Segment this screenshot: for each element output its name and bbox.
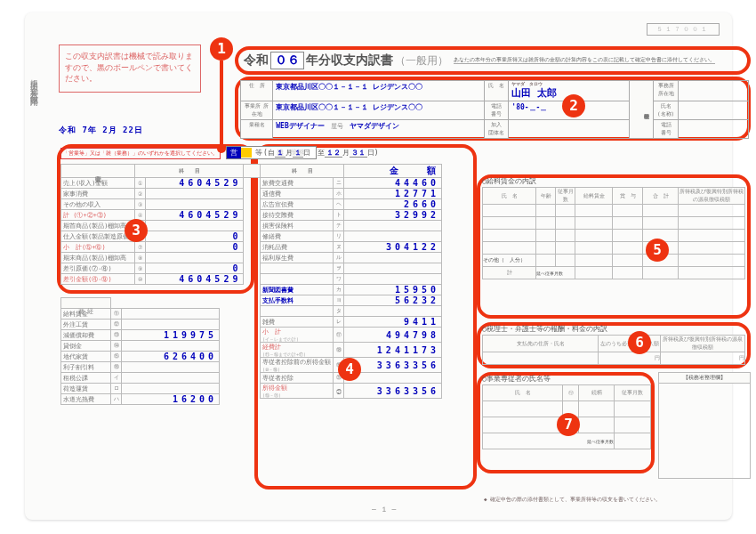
row-amount: 4604529 bbox=[146, 178, 244, 189]
addr-label: 住 所 bbox=[241, 81, 273, 101]
row-code: ㉑ bbox=[334, 384, 344, 399]
row-amount: 0 bbox=[146, 263, 244, 274]
row-amount: 626400 bbox=[122, 352, 220, 362]
row-code: ⑱ bbox=[334, 343, 344, 358]
badge-6: 6 bbox=[628, 331, 651, 354]
row-amount: 494798 bbox=[344, 328, 442, 343]
row-code: ⑰ bbox=[334, 328, 344, 343]
row-code: チ bbox=[334, 221, 344, 231]
row-code: イ bbox=[111, 373, 122, 384]
agent-name-label: 氏名 (名称) bbox=[654, 101, 678, 120]
row-label: 福利厚生費 bbox=[261, 253, 334, 263]
badge-1-dot bbox=[217, 144, 226, 153]
row-label bbox=[261, 263, 334, 274]
row-code: ハ bbox=[111, 394, 122, 405]
row-label: 期末商品(製品)棚卸高 bbox=[61, 253, 135, 263]
row-amount: 0 bbox=[146, 231, 244, 242]
row-amount bbox=[344, 274, 442, 285]
agent-tel-label: 電話 番号 bbox=[654, 120, 678, 139]
row-label: 損害保険料 bbox=[261, 221, 334, 231]
row-label: 売上(収入)金額 bbox=[61, 178, 135, 189]
row-label: 消耗品費 bbox=[261, 242, 334, 253]
row-label: 通信費 bbox=[261, 189, 334, 199]
row-label: 専従者控除 bbox=[261, 373, 334, 384]
row-amount bbox=[122, 362, 220, 373]
row-label: 家事消費 bbox=[61, 189, 135, 199]
row-label: 専従者控除前の所得金額(⑩－⑱) bbox=[261, 358, 334, 373]
badge-3: 3 bbox=[125, 219, 148, 242]
row-label: 外注工賃 bbox=[61, 320, 111, 330]
salary-table: 氏 名年齢従事月数給料賃金賞 与合 計所得税及び復興特別所得税の源泉徴収税額 そ… bbox=[482, 187, 745, 279]
row-code: ヘ bbox=[334, 199, 344, 210]
row-label: 租税公課 bbox=[61, 373, 111, 384]
row-amount: 12771 bbox=[344, 189, 442, 199]
row-code: ワ bbox=[334, 274, 344, 285]
row-amount bbox=[146, 221, 244, 231]
row-amount: 16200 bbox=[122, 394, 220, 405]
row-code: カ bbox=[334, 285, 344, 295]
row-amount: 1241173 bbox=[344, 343, 442, 358]
row-amount bbox=[122, 341, 220, 352]
row-label: 接待交際費 bbox=[261, 210, 334, 221]
name-label: 氏 名 bbox=[485, 81, 509, 101]
row-label bbox=[261, 306, 334, 317]
addr-value: 東京都品川区〇〇１－１－１ レジデンス〇〇 bbox=[273, 81, 485, 101]
bizaddr-label: 事業所 所在地 bbox=[241, 101, 273, 120]
fees-heading: ◯税理士・弁護士等の報酬・料金の内訳 bbox=[482, 324, 607, 334]
row-code: ⑪ bbox=[111, 309, 122, 320]
row-code: ⑮ bbox=[111, 352, 122, 362]
row-label: 旅費交通費 bbox=[261, 178, 334, 189]
row-label: 地代家賃 bbox=[61, 352, 111, 362]
row-amount bbox=[344, 306, 442, 317]
row-label: 小 計(⑤+⑥) bbox=[61, 242, 135, 253]
accounting-period: (自１月１日 至１２月３１日) bbox=[263, 148, 379, 158]
title-text: 年分収支内訳書 bbox=[306, 53, 393, 69]
row-code: ② bbox=[135, 189, 146, 199]
agent-label: 依頼税理士等 bbox=[630, 81, 654, 139]
expense-left-table: 経 費 給料賃金⑪外注工賃⑫減価償却費⑬119975貸倒金⑭地代家賃⑮62640… bbox=[60, 297, 220, 405]
row-amount: 4604529 bbox=[146, 210, 244, 221]
row-label: 貸倒金 bbox=[61, 341, 111, 352]
row-amount bbox=[146, 189, 244, 199]
badge-1-stem bbox=[220, 61, 223, 148]
row-label: 雑費 bbox=[261, 317, 334, 328]
row-code: リ bbox=[334, 231, 344, 242]
row-amount: 0 bbox=[146, 242, 244, 253]
row-code: ル bbox=[334, 253, 344, 263]
group-label: 加入 団体名 bbox=[485, 120, 509, 139]
row-amount bbox=[344, 263, 442, 274]
row-code: ③ bbox=[135, 199, 146, 210]
row-code: ホ bbox=[334, 189, 344, 199]
row-label: 所得金額(⑲－⑳) bbox=[261, 384, 334, 399]
agent-name bbox=[678, 101, 748, 120]
side-tab-label: 提出用（令和六年分以降用） bbox=[28, 73, 40, 96]
instruction-box: この収支内訳書は機械で読み取りますので、黒のボールペンで書いてください。 bbox=[59, 44, 201, 93]
row-label: 利子割引料 bbox=[61, 362, 111, 373]
filing-date: 令和 7年 2月 22日 bbox=[59, 125, 143, 136]
row-amount: 4604529 bbox=[146, 274, 244, 285]
badge-2: 2 bbox=[562, 94, 585, 117]
row-amount: 119975 bbox=[122, 330, 220, 341]
row-code: ① bbox=[135, 178, 146, 189]
badge-4: 4 bbox=[338, 358, 361, 381]
title-note: あなたの本年分の事業所得又は雑所得の金額の計算内容をこの表に記載して確定申告書に… bbox=[454, 57, 715, 65]
year: ０６ bbox=[270, 52, 304, 69]
filer-info-table: 住 所 東京都品川区〇〇１－１－１ レジデンス〇〇 氏 名 ヤマダ タロウ山田 … bbox=[240, 80, 749, 139]
row-amount bbox=[344, 253, 442, 263]
row-code: ⑨ bbox=[135, 263, 146, 274]
row-amount bbox=[344, 231, 442, 242]
group-value bbox=[509, 120, 630, 139]
family-heading: ◯事業専従者の氏名等 bbox=[482, 374, 551, 384]
row-amount: 9411 bbox=[344, 317, 442, 328]
row-label: 差引原価(⑦-⑧) bbox=[61, 263, 135, 274]
agent-tel bbox=[678, 120, 748, 139]
row-label: 広告宣伝費 bbox=[261, 199, 334, 210]
agent-office-label: 事務所 所在地 bbox=[654, 81, 678, 101]
row-amount: 3363356 bbox=[344, 384, 442, 399]
row-amount bbox=[344, 221, 442, 231]
row-code: ヲ bbox=[334, 263, 344, 274]
row-amount bbox=[146, 199, 244, 210]
title-general: （一般用） bbox=[395, 53, 448, 69]
era: 令和 bbox=[244, 53, 269, 69]
row-label: 新聞図書費 bbox=[261, 285, 334, 295]
